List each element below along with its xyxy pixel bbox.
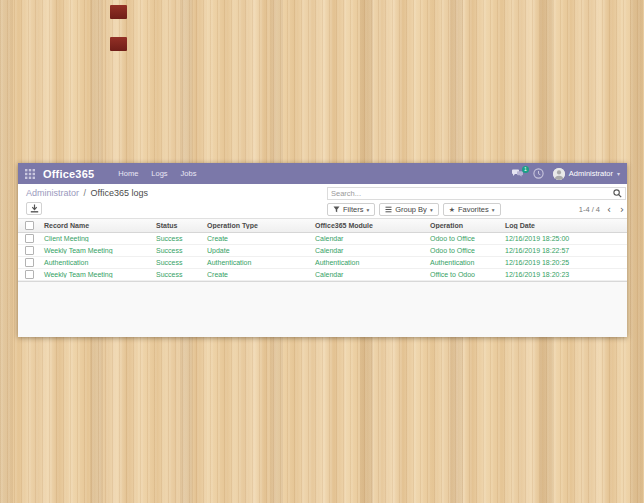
cell-log-date: 12/16/2019 18:25:00: [501, 235, 627, 242]
group-by-button[interactable]: Group By ▾: [379, 203, 438, 216]
cell-operation: Odoo to Office: [426, 235, 501, 242]
background-red-sticker: [110, 5, 127, 19]
breadcrumb: Administrator / Office365 logs: [26, 188, 148, 198]
cell-module: Authentication: [311, 259, 426, 266]
select-all-checkbox[interactable]: [25, 221, 34, 230]
chevron-down-icon: ▾: [430, 207, 433, 213]
systray: 1 Administrat: [511, 168, 620, 180]
list-empty-area: [18, 281, 627, 337]
cell-status: Success: [152, 259, 203, 266]
main-menu: Home Logs Jobs: [118, 169, 196, 178]
row-checkbox[interactable]: [25, 270, 34, 279]
messages-badge: 1: [522, 166, 529, 173]
cell-operation-type: Authentication: [203, 259, 311, 266]
column-header-operation-type[interactable]: Operation Type: [203, 222, 311, 229]
pager-range: 1-4 / 4: [579, 205, 600, 214]
table-row[interactable]: Weekly Team Meeting Success Update Calen…: [18, 245, 627, 257]
cell-operation: Office to Odoo: [426, 271, 501, 278]
cell-record-name: Weekly Team Meeting: [40, 271, 152, 278]
export-button[interactable]: [26, 202, 42, 215]
office365-app-window: Office365 Home Logs Jobs 1: [18, 163, 627, 337]
cell-log-date: 12/16/2019 18:20:25: [501, 259, 627, 266]
menu-item-logs[interactable]: Logs: [151, 169, 167, 178]
pager-previous-button[interactable]: ‹: [605, 205, 613, 215]
group-by-label: Group By: [395, 205, 427, 214]
column-header-office365-module[interactable]: Office365 Module: [311, 222, 426, 229]
favorites-button[interactable]: ★ Favorites ▾: [443, 203, 501, 216]
group-by-bars-icon: [385, 206, 392, 213]
filters-button[interactable]: Filters ▾: [327, 203, 375, 216]
cell-operation: Odoo to Office: [426, 247, 501, 254]
search-box: [327, 187, 626, 200]
pager-next-button[interactable]: ›: [618, 205, 626, 215]
breadcrumb-current: Office365 logs: [91, 188, 148, 198]
app-brand[interactable]: Office365: [43, 168, 94, 180]
background-red-sticker: [110, 37, 127, 51]
apps-grid-icon[interactable]: [25, 169, 35, 179]
cell-module: Calendar: [311, 235, 426, 242]
logs-list-view: Record Name Status Operation Type Office…: [18, 218, 627, 337]
download-icon: [30, 204, 39, 213]
cell-operation-type: Update: [203, 247, 311, 254]
table-row[interactable]: Authentication Success Authentication Au…: [18, 257, 627, 269]
menu-item-jobs[interactable]: Jobs: [181, 169, 197, 178]
favorites-label: Favorites: [458, 205, 489, 214]
column-header-operation[interactable]: Operation: [426, 222, 501, 229]
breadcrumb-administrator[interactable]: Administrator: [26, 188, 79, 198]
table-header-row: Record Name Status Operation Type Office…: [18, 218, 627, 233]
cell-log-date: 12/16/2019 18:22:57: [501, 247, 627, 254]
breadcrumb-separator: /: [84, 188, 87, 198]
chevron-down-icon: ▾: [366, 207, 369, 213]
pager: 1-4 / 4 ‹ ›: [579, 205, 626, 215]
chevron-down-icon: ▾: [492, 207, 495, 213]
menu-item-home[interactable]: Home: [118, 169, 138, 178]
cell-module: Calendar: [311, 271, 426, 278]
table-row[interactable]: Weekly Team Meeting Success Create Calen…: [18, 269, 627, 281]
filter-buttons-group: Filters ▾ Group By ▾ ★ Favorites ▾: [327, 203, 501, 216]
top-navbar: Office365 Home Logs Jobs 1: [18, 163, 627, 184]
row-checkbox[interactable]: [25, 258, 34, 267]
search-icon[interactable]: [613, 189, 625, 198]
row-checkbox[interactable]: [25, 246, 34, 255]
chevron-down-icon: ▾: [617, 170, 620, 177]
table-row[interactable]: Client Meeting Success Create Calendar O…: [18, 233, 627, 245]
control-panel: Administrator / Office365 logs: [18, 184, 627, 218]
column-header-log-date[interactable]: Log Date: [501, 222, 627, 229]
cell-operation-type: Create: [203, 235, 311, 242]
cell-record-name: Weekly Team Meeting: [40, 247, 152, 254]
search-options-row: Filters ▾ Group By ▾ ★ Favorites ▾: [327, 203, 626, 216]
cell-status: Success: [152, 235, 203, 242]
search-input[interactable]: [328, 188, 613, 199]
cell-status: Success: [152, 247, 203, 254]
activities-clock-icon[interactable]: [533, 168, 544, 179]
cell-operation: Authentication: [426, 259, 501, 266]
cell-log-date: 12/16/2019 18:20:23: [501, 271, 627, 278]
messages-icon[interactable]: 1: [511, 169, 524, 178]
column-header-status[interactable]: Status: [152, 222, 203, 229]
filter-funnel-icon: [333, 206, 340, 213]
row-checkbox[interactable]: [25, 234, 34, 243]
cell-record-name: Client Meeting: [40, 235, 152, 242]
cell-operation-type: Create: [203, 271, 311, 278]
filters-label: Filters: [343, 205, 363, 214]
cell-module: Calendar: [311, 247, 426, 254]
avatar: [553, 168, 565, 180]
desktop-background: Office365 Home Logs Jobs 1: [0, 0, 644, 503]
cell-status: Success: [152, 271, 203, 278]
user-menu[interactable]: Administrator ▾: [553, 168, 620, 180]
cell-record-name: Authentication: [40, 259, 152, 266]
user-name: Administrator: [569, 169, 613, 178]
column-header-record-name[interactable]: Record Name: [40, 222, 152, 229]
